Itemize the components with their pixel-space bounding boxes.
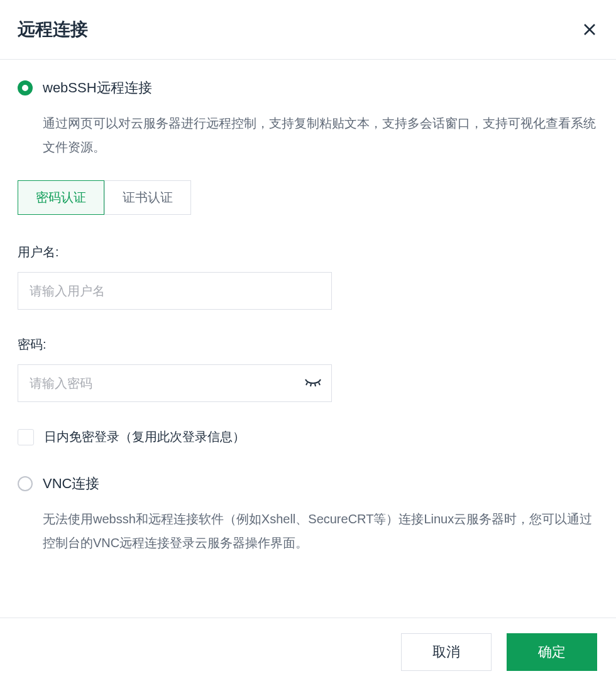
radio-vnc[interactable] — [18, 476, 33, 491]
username-input[interactable] — [18, 272, 332, 310]
dialog-header: 远程连接 — [0, 0, 616, 60]
password-label: 密码: — [18, 336, 598, 353]
close-button[interactable] — [581, 21, 598, 38]
remember-login-label: 日内免密登录（复用此次登录信息） — [44, 428, 245, 445]
username-label: 用户名: — [18, 244, 598, 261]
dialog-footer: 取消 确定 — [0, 618, 616, 686]
dialog-title: 远程连接 — [18, 18, 88, 41]
vnc-description: 无法使用webssh和远程连接软件（例如Xshell、SecureCRT等）连接… — [43, 507, 598, 555]
confirm-button[interactable]: 确定 — [507, 633, 597, 671]
eye-closed-icon — [304, 378, 322, 388]
tab-password-auth[interactable]: 密码认证 — [18, 180, 104, 215]
toggle-password-visibility[interactable] — [303, 373, 323, 393]
auth-tabs: 密码认证 证书认证 — [18, 180, 598, 215]
password-group: 密码: — [18, 336, 598, 402]
radio-vnc-label: VNC连接 — [43, 474, 99, 493]
svg-line-4 — [315, 384, 316, 386]
remember-login-checkbox[interactable] — [18, 429, 34, 445]
cancel-button[interactable]: 取消 — [401, 633, 492, 671]
username-group: 用户名: — [18, 244, 598, 310]
svg-line-2 — [306, 383, 307, 385]
remember-login-row[interactable]: 日内免密登录（复用此次登录信息） — [18, 428, 598, 445]
svg-line-3 — [311, 384, 311, 386]
tab-cert-auth[interactable]: 证书认证 — [104, 180, 191, 215]
radio-webssh-label: webSSH远程连接 — [43, 79, 152, 97]
dialog-body: webSSH远程连接 通过网页可以对云服务器进行远程控制，支持复制粘贴文本，支持… — [0, 60, 616, 567]
radio-webssh[interactable] — [18, 80, 33, 95]
option-vnc[interactable]: VNC连接 — [18, 474, 598, 493]
option-webssh[interactable]: webSSH远程连接 — [18, 79, 598, 97]
webssh-description: 通过网页可以对云服务器进行远程控制，支持复制粘贴文本，支持多会话窗口，支持可视化… — [43, 111, 598, 159]
password-input[interactable] — [18, 364, 332, 402]
svg-line-5 — [319, 383, 320, 385]
close-icon — [583, 23, 597, 36]
